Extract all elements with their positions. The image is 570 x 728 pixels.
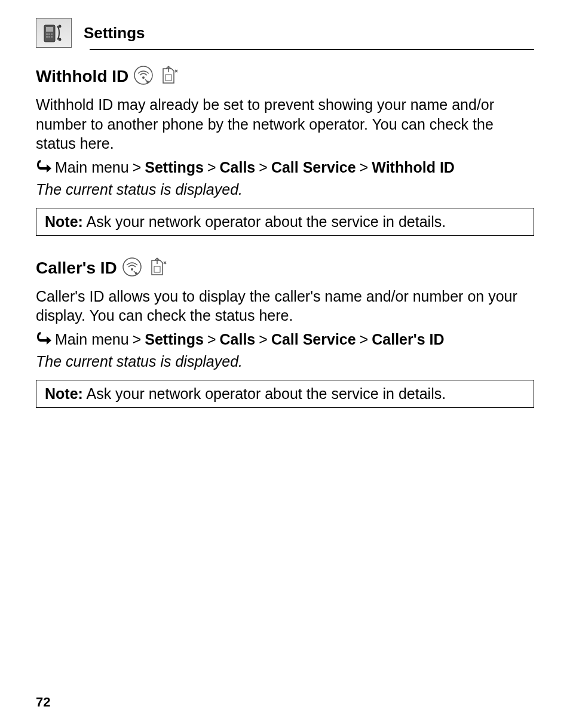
header-underline xyxy=(90,49,534,50)
section-callers-id: Caller's ID Caller's ID allows you to xyxy=(36,257,534,408)
svg-point-17 xyxy=(123,258,141,276)
note-label: Note: xyxy=(45,385,83,402)
breadcrumb-sep: > xyxy=(259,331,268,348)
breadcrumb-main: Main menu xyxy=(55,331,129,348)
breadcrumb-sep: > xyxy=(360,159,369,176)
breadcrumb-sep: > xyxy=(133,331,142,348)
network-icon xyxy=(122,257,142,279)
breadcrumb-calls: Calls xyxy=(220,331,256,348)
breadcrumb-settings: Settings xyxy=(145,159,204,176)
breadcrumb-callservice: Call Service xyxy=(271,331,356,348)
svg-point-12 xyxy=(146,81,149,83)
section-heading: Withhold ID xyxy=(36,65,534,88)
sim-icon xyxy=(147,257,167,279)
header-logo-icon xyxy=(36,18,72,48)
section-body: Withhold ID may already be set to preven… xyxy=(36,95,534,153)
svg-rect-6 xyxy=(48,36,50,38)
svg-point-9 xyxy=(59,38,62,41)
breadcrumb-sep: > xyxy=(360,331,369,348)
sim-icon xyxy=(158,65,179,88)
svg-point-8 xyxy=(59,25,62,28)
note-box: Note: Ask your network operator about th… xyxy=(36,380,534,408)
svg-point-11 xyxy=(142,76,145,79)
network-icon xyxy=(133,65,154,88)
status-text: The current status is displayed. xyxy=(36,181,534,198)
svg-rect-7 xyxy=(51,36,53,38)
breadcrumb-callersid: Caller's ID xyxy=(372,331,444,348)
svg-rect-20 xyxy=(154,266,160,272)
breadcrumb-sep: > xyxy=(207,331,216,348)
svg-rect-13 xyxy=(166,75,171,81)
breadcrumb: Main menu > Settings > Calls > Call Serv… xyxy=(36,330,534,349)
note-text: Ask your network operator about the serv… xyxy=(83,213,446,230)
section-heading-text: Caller's ID xyxy=(36,259,117,278)
note-label: Note: xyxy=(45,213,83,230)
status-text: The current status is displayed. xyxy=(36,353,534,370)
breadcrumb-calls: Calls xyxy=(220,159,256,176)
breadcrumb-withholdid: Withhold ID xyxy=(372,159,455,176)
section-body: Caller's ID allows you to display the ca… xyxy=(36,287,534,325)
section-heading-text: Withhold ID xyxy=(36,67,128,86)
breadcrumb-sep: > xyxy=(207,159,216,176)
breadcrumb-settings: Settings xyxy=(145,331,204,348)
svg-rect-3 xyxy=(48,33,50,35)
svg-rect-5 xyxy=(46,36,48,38)
svg-rect-4 xyxy=(51,33,53,35)
arrow-icon xyxy=(36,158,51,177)
svg-point-19 xyxy=(135,272,137,275)
page-header: Settings xyxy=(36,18,534,48)
breadcrumb-sep: > xyxy=(259,159,268,176)
breadcrumb: Main menu > Settings > Calls > Call Serv… xyxy=(36,158,534,177)
note-text: Ask your network operator about the serv… xyxy=(83,385,446,402)
svg-rect-2 xyxy=(46,33,48,35)
note-box: Note: Ask your network operator about th… xyxy=(36,208,534,236)
page-number: 72 xyxy=(36,695,50,710)
breadcrumb-main: Main menu xyxy=(55,159,129,176)
svg-point-18 xyxy=(131,268,133,271)
section-heading: Caller's ID xyxy=(36,257,534,279)
breadcrumb-callservice: Call Service xyxy=(271,159,356,176)
breadcrumb-sep: > xyxy=(133,159,142,176)
svg-rect-1 xyxy=(46,27,53,32)
arrow-icon xyxy=(36,330,51,349)
section-withhold-id: Withhold ID Withhold ID may already be xyxy=(36,65,534,236)
svg-point-10 xyxy=(134,66,152,84)
header-title: Settings xyxy=(84,24,145,42)
